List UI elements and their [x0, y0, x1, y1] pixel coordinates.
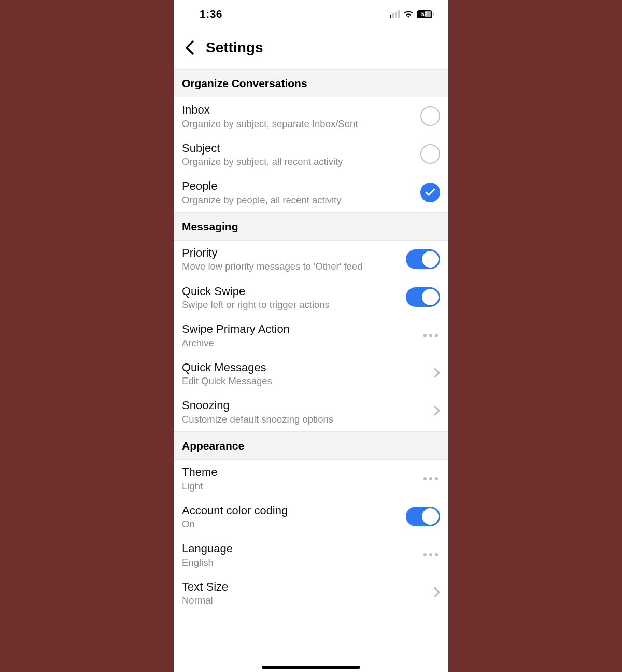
row-title: Quick Swipe [182, 284, 400, 299]
section-messaging: Priority Move low priority messages to '… [174, 241, 448, 432]
row-organize-inbox[interactable]: Inbox Organize by subject, separate Inbo… [174, 97, 448, 136]
row-subtitle: Normal [182, 594, 428, 606]
row-subtitle: English [182, 556, 417, 568]
row-theme[interactable]: Theme Light [174, 460, 448, 498]
row-priority: Priority Move low priority messages to '… [174, 241, 448, 279]
row-swipe-primary-action[interactable]: Swipe Primary Action Archive [174, 317, 448, 355]
toggle-color-coding[interactable] [406, 507, 440, 526]
ellipsis-icon [423, 334, 440, 337]
row-title: Account color coding [182, 503, 400, 518]
toggle-priority[interactable] [406, 249, 440, 269]
chevron-right-icon [434, 368, 440, 380]
row-subtitle: Light [182, 480, 417, 492]
row-text-size[interactable]: Text Size Normal [174, 575, 448, 613]
ellipsis-icon [423, 553, 440, 556]
battery-percent: 52 [421, 11, 427, 17]
page-title: Settings [206, 39, 263, 56]
row-organize-subject[interactable]: Subject Organize by subject, all recent … [174, 136, 448, 174]
row-subtitle: Organize by subject, all recent activity [182, 156, 414, 167]
row-title: Quick Messages [182, 360, 428, 375]
row-subtitle: Archive [182, 337, 417, 349]
row-subtitle: On [182, 518, 400, 530]
status-indicators: 52 [390, 10, 434, 18]
row-title: People [182, 179, 414, 193]
row-title: Snoozing [182, 398, 428, 413]
nav-header: Settings [174, 28, 448, 70]
radio-people[interactable] [420, 183, 440, 202]
back-button[interactable] [183, 40, 196, 55]
section-organize: Inbox Organize by subject, separate Inbo… [174, 97, 448, 213]
toggle-quick-swipe[interactable] [406, 287, 440, 307]
row-snoozing[interactable]: Snoozing Customize default snoozing opti… [174, 393, 448, 431]
row-title: Theme [182, 465, 417, 480]
row-organize-people[interactable]: People Organize by people, all recent ac… [174, 174, 448, 212]
row-subtitle: Move low priority messages to 'Other' fe… [182, 260, 400, 272]
wifi-icon [403, 10, 414, 18]
status-bar: 1:36 52 [174, 0, 448, 28]
chevron-right-icon [434, 587, 440, 599]
ellipsis-icon [423, 477, 440, 480]
row-quick-messages[interactable]: Quick Messages Edit Quick Messages [174, 355, 448, 394]
status-time: 1:36 [200, 8, 222, 20]
cellular-signal-icon [390, 10, 400, 18]
row-title: Inbox [182, 103, 414, 117]
radio-inbox[interactable] [420, 106, 440, 126]
chevron-left-icon [185, 40, 194, 55]
section-header-organize: Organize Conversations [174, 70, 448, 97]
check-icon [425, 188, 435, 197]
section-header-appearance: Appearance [174, 432, 448, 460]
row-title: Priority [182, 246, 400, 260]
row-title: Swipe Primary Action [182, 322, 417, 337]
row-subtitle: Swipe left or right to trigger actions [182, 299, 400, 311]
row-subtitle: Organize by people, all recent activity [182, 194, 414, 206]
battery-icon: 52 [417, 10, 434, 18]
row-quick-swipe: Quick Swipe Swipe left or right to trigg… [174, 279, 448, 317]
phone-frame: 1:36 52 Settings Organize Conversations [174, 0, 448, 672]
row-subtitle: Organize by subject, separate Inbox/Sent [182, 118, 414, 130]
row-language[interactable]: Language English [174, 536, 448, 575]
row-account-color-coding: Account color coding On [174, 498, 448, 537]
radio-subject[interactable] [420, 144, 440, 164]
chevron-right-icon [434, 405, 440, 418]
section-header-messaging: Messaging [174, 213, 448, 241]
row-title: Subject [182, 141, 414, 156]
row-subtitle: Customize default snoozing options [182, 413, 428, 425]
row-title: Language [182, 541, 417, 556]
section-appearance: Theme Light Account color coding On Lang… [174, 460, 448, 613]
row-subtitle: Edit Quick Messages [182, 375, 428, 387]
row-title: Text Size [182, 580, 428, 594]
home-indicator [262, 666, 360, 669]
